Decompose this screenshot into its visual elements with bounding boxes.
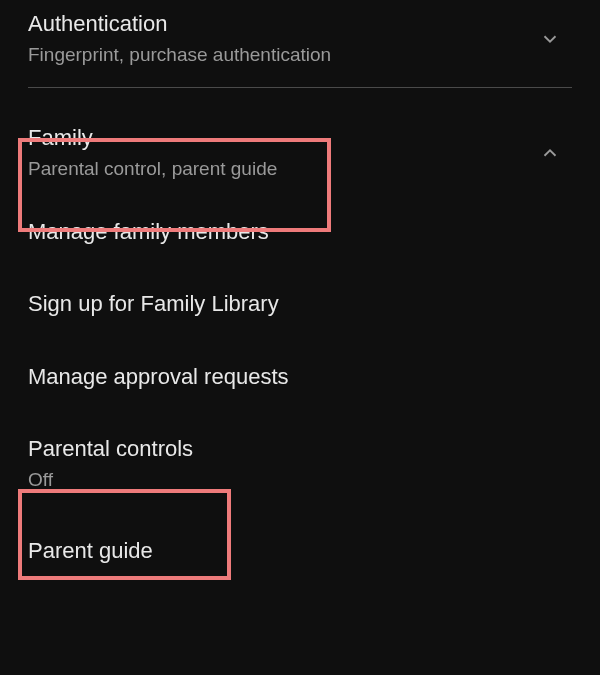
- item-status: Off: [28, 468, 572, 493]
- family-section-header[interactable]: Family Parental control, parent guide: [0, 94, 600, 195]
- item-label: Sign up for Family Library: [28, 290, 572, 319]
- family-title: Family: [28, 124, 538, 153]
- divider: [28, 87, 572, 88]
- family-subtitle: Parental control, parent guide: [28, 157, 538, 182]
- family-header-text: Family Parental control, parent guide: [28, 124, 538, 181]
- authentication-header-text: Authentication Fingerprint, purchase aut…: [28, 10, 538, 67]
- settings-list: Authentication Fingerprint, purchase aut…: [0, 0, 600, 587]
- parent-guide-item[interactable]: Parent guide: [0, 515, 600, 588]
- item-label: Parent guide: [28, 537, 572, 566]
- sign-up-family-library-item[interactable]: Sign up for Family Library: [0, 268, 600, 341]
- item-label: Manage family members: [28, 218, 572, 247]
- manage-approval-requests-item[interactable]: Manage approval requests: [0, 341, 600, 414]
- authentication-title: Authentication: [28, 10, 538, 39]
- manage-family-members-item[interactable]: Manage family members: [0, 196, 600, 269]
- authentication-subtitle: Fingerprint, purchase authentication: [28, 43, 538, 68]
- chevron-up-icon: [538, 141, 562, 165]
- parental-controls-item[interactable]: Parental controls Off: [0, 413, 600, 514]
- item-label: Parental controls: [28, 435, 572, 464]
- chevron-down-icon: [538, 27, 562, 51]
- item-label: Manage approval requests: [28, 363, 572, 392]
- authentication-section-header[interactable]: Authentication Fingerprint, purchase aut…: [0, 0, 600, 81]
